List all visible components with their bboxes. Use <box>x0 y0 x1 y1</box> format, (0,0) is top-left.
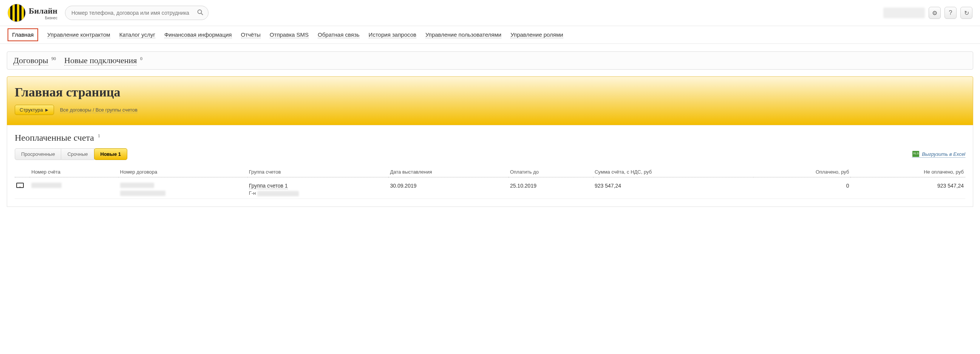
subtab-connections-count: 0 <box>140 56 142 61</box>
top-header: Билайн Бизнес ⚙ ? ↻ <box>0 0 980 26</box>
nav-user-management[interactable]: Управление пользователями <box>425 31 501 38</box>
cell-issued: 30.09.2019 <box>388 177 508 199</box>
cell-pay-by: 25.10.2019 <box>509 177 593 199</box>
table-header-row: Номер счёта Номер договора Группа счетов… <box>15 167 965 177</box>
page-title: Главная страница <box>15 85 965 99</box>
sub-tabs: Договоры 90 Новые подключения 0 <box>7 51 973 70</box>
cell-account-no <box>30 177 119 199</box>
content: Неоплаченные счета 1 Просроченные Срочны… <box>7 125 973 207</box>
structure-button-label: Структура <box>20 107 43 113</box>
nav-reports[interactable]: Отчёты <box>241 31 261 38</box>
col-issued[interactable]: Дата выставления <box>388 167 508 177</box>
structure-button[interactable]: Структура ▶ <box>15 105 54 115</box>
nav-home[interactable]: Главная <box>8 29 38 41</box>
filter-new[interactable]: Новые 1 <box>94 148 128 160</box>
refresh-icon: ↻ <box>964 10 969 17</box>
page-header: Главная страница Структура ▶ Все договор… <box>7 77 973 125</box>
nav-role-management[interactable]: Управление ролями <box>511 31 563 38</box>
xls-icon: XLS <box>912 150 920 157</box>
help-button[interactable]: ? <box>945 7 956 19</box>
col-paid[interactable]: Оплачено, руб <box>753 167 850 177</box>
chevron-right-icon: ▶ <box>45 108 48 112</box>
refresh-button[interactable]: ↻ <box>960 7 972 19</box>
cell-contract-no <box>119 177 247 199</box>
breadcrumb-all-groups[interactable]: Все группы счетов <box>95 107 137 113</box>
col-amount[interactable]: Сумма счёта, с НДС, руб <box>593 167 753 177</box>
col-unpaid[interactable]: Не оплачено, руб <box>850 167 965 177</box>
filter-overdue[interactable]: Просроченные <box>15 148 61 160</box>
filter-urgent[interactable]: Срочные <box>61 148 94 160</box>
breadcrumb-all-contracts[interactable]: Все договоры <box>60 107 91 113</box>
nav-feedback[interactable]: Обратная связь <box>318 31 360 38</box>
subtab-connections[interactable]: Новые подключения 0 <box>64 56 142 65</box>
breadcrumb-sep: / <box>92 107 95 113</box>
col-account-no[interactable]: Номер счёта <box>30 167 119 177</box>
group-sub-prefix: Г-н <box>249 190 256 196</box>
cell-group: Группа счетов 1 Г-н <box>247 177 389 199</box>
brand-sub: Бизнес <box>29 16 57 20</box>
export-excel-link[interactable]: XLS Выгрузить в Excel <box>912 150 965 158</box>
cell-paid: 0 <box>753 177 850 199</box>
search-input[interactable] <box>65 6 208 20</box>
invoices-table: Номер счёта Номер договора Группа счетов… <box>15 167 965 199</box>
col-pay-by[interactable]: Оплатить до <box>509 167 593 177</box>
invoices-title: Неоплаченные счета 1 <box>15 133 965 143</box>
subtab-contracts-label: Договоры <box>13 56 48 65</box>
group-link[interactable]: Группа счетов 1 <box>249 183 288 189</box>
nav-contract-management[interactable]: Управление контрактом <box>47 31 110 38</box>
user-name[interactable] <box>883 8 925 18</box>
brand-text: Билайн Бизнес <box>29 6 57 20</box>
nav-send-sms[interactable]: Отправка SMS <box>270 31 309 38</box>
cell-unpaid: 923 547,24 <box>850 177 965 199</box>
subtab-contracts[interactable]: Договоры 90 <box>13 56 56 65</box>
header-right: ⚙ ? ↻ <box>883 7 972 19</box>
export-excel-label: Выгрузить в Excel <box>922 151 965 157</box>
table-row[interactable]: Группа счетов 1 Г-н 30.09.2019 25.10.201… <box>15 177 965 199</box>
col-group[interactable]: Группа счетов <box>247 167 389 177</box>
settings-button[interactable]: ⚙ <box>929 7 941 19</box>
structure-row: Структура ▶ Все договоры / Все группы сч… <box>15 105 965 115</box>
search-wrap <box>65 6 208 20</box>
subtab-contracts-count: 90 <box>51 56 56 61</box>
cell-amount: 923 547,24 <box>593 177 753 199</box>
nav-service-catalog[interactable]: Каталог услуг <box>119 31 155 38</box>
subtab-connections-label: Новые подключения <box>64 56 137 65</box>
col-contract-no[interactable]: Номер договора <box>119 167 247 177</box>
invoice-filters: Просроченные Срочные Новые 1 XLS Выгрузи… <box>15 148 965 160</box>
invoices-title-text: Неоплаченные счета <box>15 133 94 143</box>
invoices-count: 1 <box>98 133 100 139</box>
primary-nav: Главная Управление контрактом Каталог ус… <box>0 26 980 44</box>
gear-icon: ⚙ <box>932 10 937 17</box>
help-icon: ? <box>949 10 953 16</box>
nav-request-history[interactable]: История запросов <box>369 31 416 38</box>
breadcrumb: Все договоры / Все группы счетов <box>60 107 137 113</box>
brand-main: Билайн <box>29 6 57 16</box>
brand-logo[interactable]: Билайн Бизнес <box>8 4 57 22</box>
brand-logo-icon <box>8 4 26 22</box>
envelope-icon[interactable] <box>16 183 24 188</box>
nav-financial-info[interactable]: Финансовая информация <box>164 31 232 38</box>
